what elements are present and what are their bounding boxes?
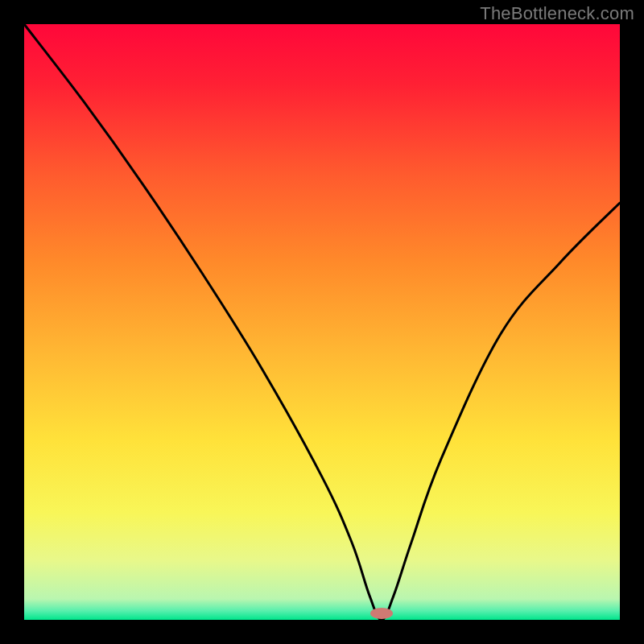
chart-frame: TheBottleneck.com xyxy=(0,0,644,644)
plot-background xyxy=(24,24,620,620)
bottleneck-chart xyxy=(0,0,644,644)
watermark-text: TheBottleneck.com xyxy=(480,3,634,24)
minimum-marker xyxy=(370,608,393,619)
